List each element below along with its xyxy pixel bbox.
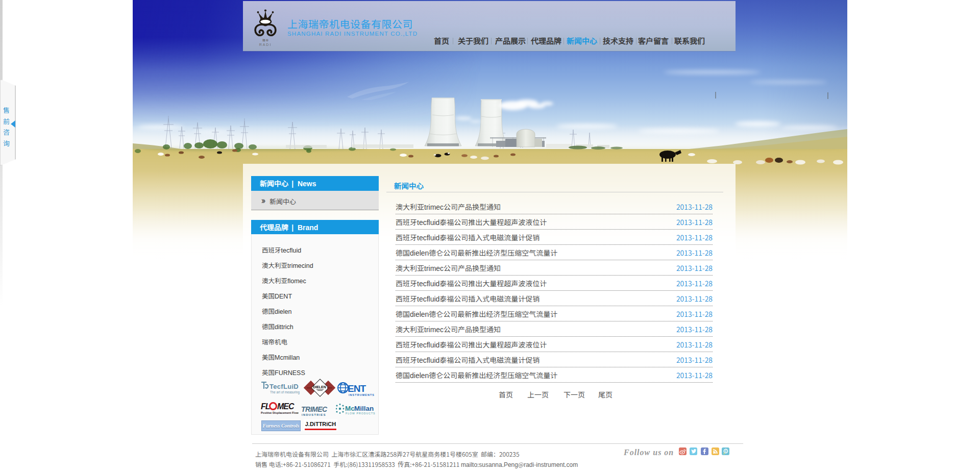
svg-text:DIELEN: DIELEN — [313, 385, 326, 389]
svg-text:ENT: ENT — [348, 383, 366, 394]
svg-text:TecfLuiD: TecfLuiD — [270, 383, 299, 390]
svg-text:TRIMEC: TRIMEC — [301, 406, 328, 413]
svg-text:The art of measuring: The art of measuring — [270, 390, 300, 394]
svg-text:Mc: Mc — [345, 405, 355, 412]
svg-text:MEC: MEC — [277, 402, 295, 411]
svg-text:瑞 帝: 瑞 帝 — [262, 38, 269, 42]
svg-text:FL: FL — [261, 402, 270, 411]
svg-text:Millan: Millan — [354, 405, 374, 412]
svg-text:INSTRUMENTS: INSTRUMENTS — [349, 393, 374, 396]
svg-text:FLOW PRODUCTS: FLOW PRODUCTS — [346, 412, 376, 415]
svg-text:RADI: RADI — [259, 43, 272, 46]
svg-text:Positive Displacement Flowmete: Positive Displacement Flowmeters — [261, 411, 299, 414]
svg-text:INDUSTRIES: INDUSTRIES — [302, 413, 326, 416]
